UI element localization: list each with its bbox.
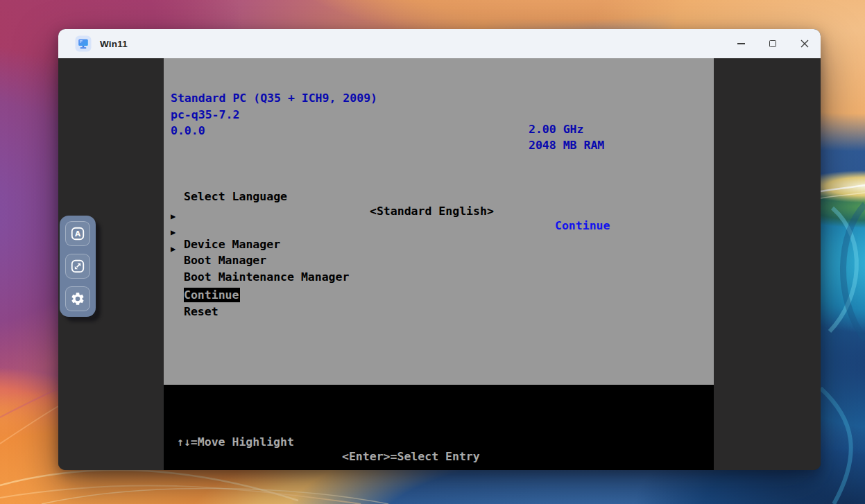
action-continue[interactable]: Continue bbox=[164, 273, 232, 288]
minimize-icon bbox=[737, 43, 745, 44]
bios-firmware-version: 0.0.0 bbox=[171, 123, 205, 138]
menu-item-device-manager[interactable]: ▶ Device Manager bbox=[164, 208, 232, 223]
window-title: Win11 bbox=[100, 39, 128, 49]
close-button[interactable] bbox=[789, 29, 821, 58]
gear-icon bbox=[70, 291, 85, 306]
fit-screen-button[interactable] bbox=[65, 254, 90, 279]
menu-item-boot-maintenance-manager[interactable]: ▶ Boot Maintenance Manager bbox=[164, 241, 232, 255]
language-label: Select Language bbox=[184, 189, 287, 204]
submenu-arrow-icon: ▶ bbox=[171, 209, 175, 224]
submenu-arrow-icon: ▶ bbox=[171, 225, 175, 240]
settings-button[interactable] bbox=[65, 286, 90, 311]
window-controls bbox=[725, 29, 821, 58]
minimize-button[interactable] bbox=[725, 29, 757, 58]
submenu-arrow-icon: ▶ bbox=[171, 242, 175, 257]
vm-side-toolbar: A bbox=[60, 216, 96, 317]
desktop-wallpaper: Win11 Standard PC (Q35 + ICH9, 2009) bbox=[0, 0, 865, 504]
keyboard-input-button[interactable]: A bbox=[65, 221, 90, 246]
action-reset[interactable]: Reset bbox=[164, 290, 232, 304]
bios-banner-machine: pc-q35-7.2 2.00 GHz bbox=[164, 93, 232, 107]
maximize-icon bbox=[769, 40, 776, 47]
bios-screen: Standard PC (Q35 + ICH9, 2009) pc-q35-7.… bbox=[164, 58, 714, 470]
vm-window: Win11 Standard PC (Q35 + ICH9, 2009) bbox=[58, 29, 821, 470]
bios-banner-model: Standard PC (Q35 + ICH9, 2009) bbox=[164, 76, 232, 91]
language-value[interactable]: <Standard English> bbox=[370, 204, 494, 218]
bios-help-row: ↑↓=Move Highlight <Enter>=Select Entry bbox=[164, 420, 232, 435]
continue-prompt[interactable]: Continue bbox=[555, 218, 610, 233]
maximize-button[interactable] bbox=[757, 29, 789, 58]
vm-monitor-icon bbox=[75, 35, 92, 52]
bios-cpu-speed: 2.00 GHz bbox=[529, 122, 583, 137]
bios-language-row: Select Language <Standard English> Conti… bbox=[164, 175, 232, 189]
bios-memory: 2048 MB RAM bbox=[529, 138, 604, 153]
bios-main-panel bbox=[164, 58, 714, 385]
a-key-icon: A bbox=[70, 226, 85, 241]
menu-item-boot-manager[interactable]: ▶ Boot Manager bbox=[164, 224, 232, 238]
fit-screen-icon bbox=[70, 259, 85, 274]
bios-banner-version: 0.0.0 2048 MB RAM bbox=[164, 109, 232, 123]
vm-display-area[interactable]: Standard PC (Q35 + ICH9, 2009) pc-q35-7.… bbox=[58, 58, 821, 470]
svg-text:A: A bbox=[75, 229, 81, 238]
help-move-highlight: ↑↓=Move Highlight bbox=[177, 435, 294, 449]
close-icon bbox=[800, 40, 809, 48]
menu-item-label: Reset bbox=[184, 304, 219, 319]
window-titlebar[interactable]: Win11 bbox=[58, 29, 821, 58]
help-select-entry: <Enter>=Select Entry bbox=[342, 449, 480, 464]
